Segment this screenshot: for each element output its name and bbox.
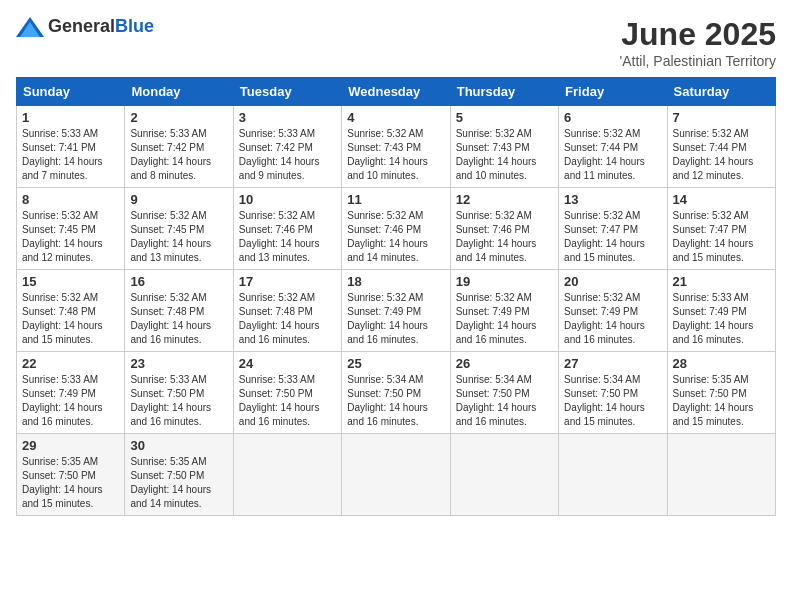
- cell-content: Sunrise: 5:33 AMSunset: 7:50 PMDaylight:…: [130, 373, 227, 429]
- day-number: 23: [130, 356, 227, 371]
- calendar-week-1: 1Sunrise: 5:33 AMSunset: 7:41 PMDaylight…: [17, 106, 776, 188]
- cell-content: Sunrise: 5:33 AMSunset: 7:49 PMDaylight:…: [673, 291, 770, 347]
- calendar-cell: 9Sunrise: 5:32 AMSunset: 7:45 PMDaylight…: [125, 188, 233, 270]
- day-number: 24: [239, 356, 336, 371]
- calendar-cell: 25Sunrise: 5:34 AMSunset: 7:50 PMDayligh…: [342, 352, 450, 434]
- day-number: 17: [239, 274, 336, 289]
- cell-content: Sunrise: 5:33 AMSunset: 7:42 PMDaylight:…: [130, 127, 227, 183]
- calendar-cell: 10Sunrise: 5:32 AMSunset: 7:46 PMDayligh…: [233, 188, 341, 270]
- calendar-cell: 19Sunrise: 5:32 AMSunset: 7:49 PMDayligh…: [450, 270, 558, 352]
- calendar-cell: 28Sunrise: 5:35 AMSunset: 7:50 PMDayligh…: [667, 352, 775, 434]
- cell-content: Sunrise: 5:32 AMSunset: 7:46 PMDaylight:…: [456, 209, 553, 265]
- day-number: 8: [22, 192, 119, 207]
- day-number: 6: [564, 110, 661, 125]
- calendar-cell: [342, 434, 450, 516]
- cell-content: Sunrise: 5:35 AMSunset: 7:50 PMDaylight:…: [22, 455, 119, 511]
- day-number: 14: [673, 192, 770, 207]
- calendar-cell: 17Sunrise: 5:32 AMSunset: 7:48 PMDayligh…: [233, 270, 341, 352]
- calendar-cell: 18Sunrise: 5:32 AMSunset: 7:49 PMDayligh…: [342, 270, 450, 352]
- cell-content: Sunrise: 5:34 AMSunset: 7:50 PMDaylight:…: [564, 373, 661, 429]
- calendar-week-5: 29Sunrise: 5:35 AMSunset: 7:50 PMDayligh…: [17, 434, 776, 516]
- day-number: 7: [673, 110, 770, 125]
- calendar-cell: 7Sunrise: 5:32 AMSunset: 7:44 PMDaylight…: [667, 106, 775, 188]
- logo-text-blue: Blue: [115, 16, 154, 36]
- cell-content: Sunrise: 5:35 AMSunset: 7:50 PMDaylight:…: [130, 455, 227, 511]
- cell-content: Sunrise: 5:33 AMSunset: 7:42 PMDaylight:…: [239, 127, 336, 183]
- cell-content: Sunrise: 5:33 AMSunset: 7:49 PMDaylight:…: [22, 373, 119, 429]
- calendar-cell: 1Sunrise: 5:33 AMSunset: 7:41 PMDaylight…: [17, 106, 125, 188]
- cell-content: Sunrise: 5:32 AMSunset: 7:48 PMDaylight:…: [22, 291, 119, 347]
- cell-content: Sunrise: 5:32 AMSunset: 7:46 PMDaylight:…: [239, 209, 336, 265]
- logo-icon: [16, 17, 44, 37]
- cell-content: Sunrise: 5:32 AMSunset: 7:47 PMDaylight:…: [564, 209, 661, 265]
- calendar-cell: 15Sunrise: 5:32 AMSunset: 7:48 PMDayligh…: [17, 270, 125, 352]
- title-area: June 2025 'Attil, Palestinian Territory: [620, 16, 776, 69]
- calendar-cell: [559, 434, 667, 516]
- cell-content: Sunrise: 5:33 AMSunset: 7:50 PMDaylight:…: [239, 373, 336, 429]
- calendar-cell: 12Sunrise: 5:32 AMSunset: 7:46 PMDayligh…: [450, 188, 558, 270]
- calendar-cell: [667, 434, 775, 516]
- day-number: 13: [564, 192, 661, 207]
- calendar-cell: 16Sunrise: 5:32 AMSunset: 7:48 PMDayligh…: [125, 270, 233, 352]
- calendar-header-row: SundayMondayTuesdayWednesdayThursdayFrid…: [17, 78, 776, 106]
- day-number: 16: [130, 274, 227, 289]
- calendar-week-4: 22Sunrise: 5:33 AMSunset: 7:49 PMDayligh…: [17, 352, 776, 434]
- cell-content: Sunrise: 5:35 AMSunset: 7:50 PMDaylight:…: [673, 373, 770, 429]
- day-number: 4: [347, 110, 444, 125]
- day-number: 28: [673, 356, 770, 371]
- calendar-cell: 8Sunrise: 5:32 AMSunset: 7:45 PMDaylight…: [17, 188, 125, 270]
- cell-content: Sunrise: 5:32 AMSunset: 7:45 PMDaylight:…: [22, 209, 119, 265]
- header-day-sunday: Sunday: [17, 78, 125, 106]
- calendar-cell: [450, 434, 558, 516]
- calendar-subtitle: 'Attil, Palestinian Territory: [620, 53, 776, 69]
- cell-content: Sunrise: 5:33 AMSunset: 7:41 PMDaylight:…: [22, 127, 119, 183]
- cell-content: Sunrise: 5:32 AMSunset: 7:49 PMDaylight:…: [347, 291, 444, 347]
- calendar-cell: 20Sunrise: 5:32 AMSunset: 7:49 PMDayligh…: [559, 270, 667, 352]
- header-day-friday: Friday: [559, 78, 667, 106]
- header: GeneralBlue June 2025 'Attil, Palestinia…: [16, 16, 776, 69]
- day-number: 11: [347, 192, 444, 207]
- calendar-cell: 3Sunrise: 5:33 AMSunset: 7:42 PMDaylight…: [233, 106, 341, 188]
- day-number: 18: [347, 274, 444, 289]
- day-number: 21: [673, 274, 770, 289]
- day-number: 15: [22, 274, 119, 289]
- day-number: 9: [130, 192, 227, 207]
- day-number: 20: [564, 274, 661, 289]
- calendar-cell: 6Sunrise: 5:32 AMSunset: 7:44 PMDaylight…: [559, 106, 667, 188]
- day-number: 25: [347, 356, 444, 371]
- calendar-title: June 2025: [620, 16, 776, 53]
- day-number: 10: [239, 192, 336, 207]
- cell-content: Sunrise: 5:32 AMSunset: 7:48 PMDaylight:…: [130, 291, 227, 347]
- calendar-cell: 4Sunrise: 5:32 AMSunset: 7:43 PMDaylight…: [342, 106, 450, 188]
- day-number: 22: [22, 356, 119, 371]
- calendar-cell: 2Sunrise: 5:33 AMSunset: 7:42 PMDaylight…: [125, 106, 233, 188]
- day-number: 29: [22, 438, 119, 453]
- day-number: 26: [456, 356, 553, 371]
- header-day-thursday: Thursday: [450, 78, 558, 106]
- header-day-wednesday: Wednesday: [342, 78, 450, 106]
- calendar-cell: 29Sunrise: 5:35 AMSunset: 7:50 PMDayligh…: [17, 434, 125, 516]
- cell-content: Sunrise: 5:32 AMSunset: 7:47 PMDaylight:…: [673, 209, 770, 265]
- cell-content: Sunrise: 5:32 AMSunset: 7:44 PMDaylight:…: [673, 127, 770, 183]
- calendar-cell: 26Sunrise: 5:34 AMSunset: 7:50 PMDayligh…: [450, 352, 558, 434]
- cell-content: Sunrise: 5:32 AMSunset: 7:49 PMDaylight:…: [456, 291, 553, 347]
- day-number: 30: [130, 438, 227, 453]
- logo-text-general: General: [48, 16, 115, 36]
- calendar-cell: 14Sunrise: 5:32 AMSunset: 7:47 PMDayligh…: [667, 188, 775, 270]
- calendar-cell: [233, 434, 341, 516]
- calendar-cell: 30Sunrise: 5:35 AMSunset: 7:50 PMDayligh…: [125, 434, 233, 516]
- cell-content: Sunrise: 5:34 AMSunset: 7:50 PMDaylight:…: [347, 373, 444, 429]
- cell-content: Sunrise: 5:32 AMSunset: 7:44 PMDaylight:…: [564, 127, 661, 183]
- calendar-cell: 13Sunrise: 5:32 AMSunset: 7:47 PMDayligh…: [559, 188, 667, 270]
- cell-content: Sunrise: 5:32 AMSunset: 7:43 PMDaylight:…: [347, 127, 444, 183]
- day-number: 12: [456, 192, 553, 207]
- calendar-week-2: 8Sunrise: 5:32 AMSunset: 7:45 PMDaylight…: [17, 188, 776, 270]
- calendar-cell: 5Sunrise: 5:32 AMSunset: 7:43 PMDaylight…: [450, 106, 558, 188]
- calendar-cell: 23Sunrise: 5:33 AMSunset: 7:50 PMDayligh…: [125, 352, 233, 434]
- cell-content: Sunrise: 5:32 AMSunset: 7:43 PMDaylight:…: [456, 127, 553, 183]
- cell-content: Sunrise: 5:32 AMSunset: 7:49 PMDaylight:…: [564, 291, 661, 347]
- cell-content: Sunrise: 5:34 AMSunset: 7:50 PMDaylight:…: [456, 373, 553, 429]
- cell-content: Sunrise: 5:32 AMSunset: 7:45 PMDaylight:…: [130, 209, 227, 265]
- logo: GeneralBlue: [16, 16, 154, 37]
- calendar-table: SundayMondayTuesdayWednesdayThursdayFrid…: [16, 77, 776, 516]
